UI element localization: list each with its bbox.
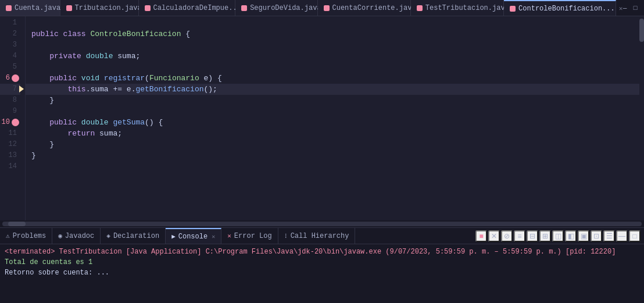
panel-toolbar: ■ ✕ ⊘ ≡ ⊟ ⊞ ◫ ◧ ▣ ⊡ ☰ — □ [472,228,644,244]
code-line-9 [26,106,639,117]
console-output: <terminated> TestTributacion [Java Appli… [0,244,644,303]
horizontal-scrollbar[interactable] [0,220,644,227]
gutter-line-2: 2 [0,28,20,40]
code-line-6: public void registrar(Funcionario e) { [26,73,639,84]
gutter-line-3: 3 [0,40,20,51]
panel-tab-javadoc[interactable]: ◉ Javadoc [52,228,101,244]
declaration-icon: ◈ [106,232,110,240]
java-icon [145,5,151,11]
gutter-line-7: 7 [0,84,20,95]
gutter-line-11: 11 [0,128,20,139]
panel-tab-callhierarchy[interactable]: ⫶ Call Hierarchy [278,228,356,244]
gutter-line-14: 14 [0,161,20,172]
code-line-12: } [26,139,639,150]
java-icon [417,5,423,11]
pin-console-button[interactable]: ⊟ [527,230,538,242]
breakpoint-marker-10 [12,119,19,126]
execution-arrow [19,85,24,92]
java-icon [241,5,247,11]
code-line-8: } [26,95,639,106]
maximize-panel-button[interactable]: ⊞ [539,230,551,242]
gutter-line-12: 12 [0,139,20,150]
window-controls: — □ [616,0,644,16]
minimize-button[interactable]: — [621,4,629,12]
java-icon [6,5,12,11]
code-line-14 [26,161,639,172]
panel-tab-errorlog[interactable]: ✕ Error Log [221,228,278,244]
gutter-line-9: 9 [0,106,20,117]
gutter-line-4: 4 [0,51,20,62]
layout-button1[interactable]: ◫ [552,230,564,242]
view-menu-button[interactable]: ☰ [603,230,615,242]
console-icon: ▶ [171,233,176,240]
tab-label: CuentaCorriente.java [332,4,416,12]
editor-area: 1 2 3 4 5 6 7 8 9 10 11 12 13 14 [0,16,644,220]
code-line-10: public double getSuma() { [26,117,639,128]
stop-button[interactable]: ■ [475,230,487,242]
panel-tab-label: Error Log [234,232,272,240]
java-icon [324,5,330,11]
tab-test[interactable]: TestTributacion.java [411,0,504,16]
h-scroll-track [2,222,642,226]
h-scroll-thumb[interactable] [8,222,26,226]
code-line-3 [26,40,639,51]
tab-calculadora[interactable]: CalculadoraDeImpue... [139,0,236,16]
tab-tributacion[interactable]: Tributacion.java [60,0,139,16]
warning-icon: ⚠ [6,232,10,240]
maximize-button[interactable]: □ [631,4,639,12]
panel-tab-label: Call Hierarchy [291,232,349,240]
tab-controle[interactable]: ControleBonificacion... ✕ [504,0,616,16]
error-icon: ✕ [227,232,231,240]
vertical-scrollbar[interactable] [639,16,644,220]
panel-tab-label: Declaration [113,232,159,240]
panel-tab-label: Console [178,233,207,241]
code-line-11: return suma; [26,128,639,139]
layout-button3[interactable]: ▣ [578,230,589,242]
console-output-line2: Retorno sobre cuenta: ... [5,268,639,278]
tab-bar: Cuenta.java Tributacion.java Calculadora… [0,0,644,16]
console-close-button[interactable]: ✕ [212,233,215,240]
gutter-line-1: 1 [0,17,20,28]
tab-label: Cuenta.java [15,4,60,12]
tab-cuenta[interactable]: Cuenta.java [0,0,60,16]
panel-tab-label: Javadoc [65,232,94,240]
panel-tab-console[interactable]: ▶ Console ✕ [166,228,221,244]
console-terminated-line: <terminated> TestTributacion [Java Appli… [5,247,639,257]
scrollbar-thumb[interactable] [639,19,644,42]
tab-label: ControleBonificacion... [518,5,615,13]
code-line-5 [26,62,639,73]
minimize-panel-button[interactable]: — [616,230,628,242]
panel-tab-declaration[interactable]: ◈ Declaration [101,228,166,244]
code-line-13: } [26,150,639,161]
gutter-line-10[interactable]: 10 [0,117,20,128]
tab-label: TestTributacion.java [425,4,509,12]
tab-cuenta2[interactable]: CuentaCorriente.java [318,0,411,16]
tab-seguro[interactable]: SeguroDeVida.java [235,0,317,16]
layout-button4[interactable]: ⊡ [591,230,602,242]
bottom-panel: ⚠ Problems ◉ Javadoc ◈ Declaration ▶ Con… [0,227,644,303]
maximize-panel-btn2[interactable]: □ [629,230,641,242]
gutter-line-8: 8 [0,95,20,106]
gutter-line-13: 13 [0,150,20,161]
gutter-line-6[interactable]: 6 [0,73,20,84]
code-line-1 [26,17,639,28]
java-icon [510,6,516,12]
code-line-4: private double suma; [26,51,639,62]
panel-tab-label: Problems [13,232,46,240]
code-line-2: public class ControleBonificacion { [26,28,639,40]
gutter-line-5: 5 [0,62,20,73]
tab-label: CalculadoraDeImpue... [153,4,241,12]
editor-container: 1 2 3 4 5 6 7 8 9 10 11 12 13 14 [0,16,644,220]
line-gutter: 1 2 3 4 5 6 7 8 9 10 11 12 13 14 [0,16,26,220]
layout-button2[interactable]: ◧ [565,230,577,242]
tab-label: SeguroDeVida.java [250,4,321,12]
console-output-line1: Total de cuentas es 1 [5,257,639,268]
panel-tab-bar: ⚠ Problems ◉ Javadoc ◈ Declaration ▶ Con… [0,228,644,244]
code-editor[interactable]: public class ControleBonificacion { priv… [26,16,639,220]
panel-tab-problems[interactable]: ⚠ Problems [0,228,52,244]
remove-launch-button[interactable]: ⊘ [501,230,513,242]
open-console-button[interactable]: ≡ [514,230,525,242]
terminate-button[interactable]: ✕ [488,230,500,242]
breakpoint-marker-6 [12,74,19,82]
tab-label: Tributacion.java [75,4,142,12]
